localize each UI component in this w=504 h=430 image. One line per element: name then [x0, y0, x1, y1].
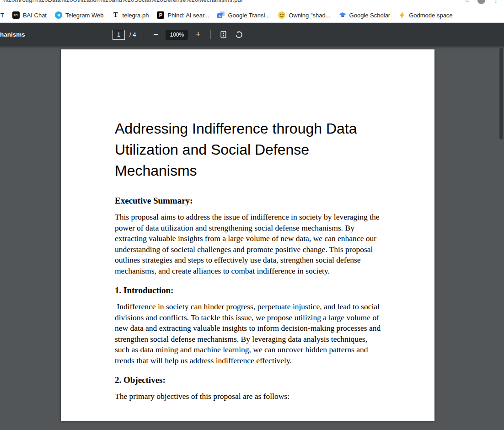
- bookmark-label: telegra.ph: [123, 12, 149, 19]
- address-bar-icons: ☆ ⋮: [464, 0, 499, 4]
- bookmark-item-owning-shad[interactable]: Owning "shad...: [274, 10, 334, 20]
- page-count-label: / 4: [129, 31, 136, 38]
- profile-avatar[interactable]: [477, 0, 485, 4]
- bookmark-item-godmode[interactable]: Godmode.space: [395, 10, 456, 20]
- bookmark-label: Phind: AI sear...: [167, 12, 209, 19]
- emoji-icon: [278, 11, 285, 19]
- bookmark-label: Godmode.space: [409, 12, 452, 19]
- toolbar-divider: [143, 30, 143, 39]
- zoom-in-button[interactable]: +: [193, 29, 204, 40]
- address-bar[interactable]: %20through%20Data%20Utilization%20and%20…: [0, 0, 504, 8]
- phind-icon: P: [157, 11, 164, 19]
- bookmark-label: Google Transl...: [228, 12, 270, 19]
- bookmark-star-icon[interactable]: ☆: [464, 0, 470, 4]
- vertical-scrollbar[interactable]: [499, 48, 503, 140]
- pdf-document-title: hanisms: [0, 23, 25, 46]
- bookmark-item-google-translate[interactable]: aA Google Transl...: [214, 10, 273, 20]
- page-number-input[interactable]: 1: [113, 30, 125, 40]
- translate-icon: aA: [217, 11, 225, 19]
- bookmark-item-telegram-web[interactable]: Telegram Web: [51, 10, 107, 20]
- bookmark-item-phind[interactable]: P Phind: AI sear...: [153, 10, 213, 20]
- bookmark-item-google-scholar[interactable]: Google Scholar: [335, 10, 394, 20]
- bookmark-item-telegraph[interactable]: T telegra.ph: [108, 10, 153, 20]
- zoom-out-button[interactable]: −: [150, 29, 161, 40]
- rotate-icon[interactable]: [233, 29, 244, 40]
- zoom-level-display: 100%: [166, 30, 188, 40]
- bookmarks-bar: T BAI BAI Chat Telegram Web T telegra.ph…: [0, 8, 504, 23]
- t-icon: T: [112, 11, 119, 19]
- pdf-viewer-canvas: Addressing Indifference through Data Uti…: [0, 46, 504, 430]
- svg-text:A: A: [219, 14, 221, 18]
- bai-icon: BAI: [12, 11, 20, 19]
- pdf-page-content: Addressing Indifference through Data Uti…: [61, 49, 434, 402]
- pdf-toolbar: hanisms 1 / 4 − 100% +: [0, 23, 504, 46]
- bookmark-label: T: [0, 12, 4, 19]
- bookmark-item-bai-chat[interactable]: BAI BAI Chat: [9, 10, 50, 20]
- section-body-executive-summary: This proposal aims to address the issue …: [115, 212, 381, 276]
- bookmark-label: Owning "shad...: [289, 12, 330, 19]
- section-heading-objectives: 2. Objectives:: [115, 375, 381, 385]
- section-heading-introduction: 1. Introduction:: [115, 285, 381, 296]
- url-text: %20through%20Data%20Utilization%20and%20…: [3, 0, 243, 3]
- pdf-toolbar-controls: 1 / 4 − 100% +: [113, 23, 244, 46]
- bookmark-label: Telegram Web: [65, 12, 104, 19]
- lightning-icon: [398, 11, 406, 19]
- bookmark-label: BAI Chat: [23, 12, 47, 19]
- bookmark-item-clipped[interactable]: T: [0, 11, 8, 20]
- menu-dots-icon[interactable]: ⋮: [493, 0, 499, 4]
- scholar-icon: [339, 11, 346, 19]
- bookmark-label: Google Scholar: [349, 12, 391, 19]
- toolbar-divider: [210, 30, 211, 39]
- section-heading-executive-summary: Executive Summary:: [115, 196, 381, 206]
- document-title: Addressing Indifference through Data Uti…: [115, 118, 381, 181]
- fit-to-page-icon[interactable]: [218, 29, 229, 40]
- section-body-introduction: Indifference in society can hinder progr…: [115, 301, 381, 366]
- section-body-objectives: The primary objectives of this proposal …: [115, 391, 381, 402]
- pdf-page: Addressing Indifference through Data Uti…: [61, 49, 434, 421]
- telegram-icon: [55, 11, 62, 19]
